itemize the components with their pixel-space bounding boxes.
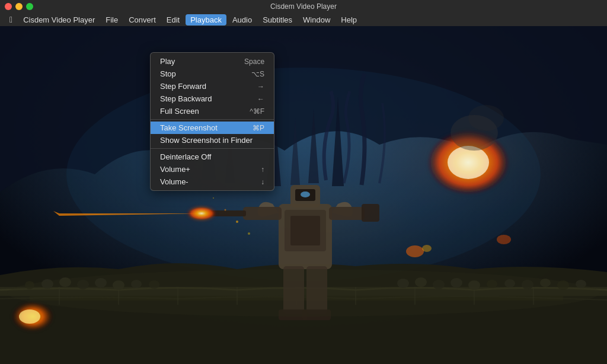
menubar:  Cisdem Video Player File Convert Edit … bbox=[0, 13, 607, 26]
svg-point-54 bbox=[422, 245, 432, 252]
stop-label: Stop bbox=[160, 69, 176, 78]
menu-item-full-screen[interactable]: Full Screen ^⌘F bbox=[151, 105, 274, 117]
menu-item-play[interactable]: Play Space bbox=[151, 55, 274, 68]
menu-edit[interactable]: Edit bbox=[162, 14, 184, 25]
svg-point-57 bbox=[236, 221, 238, 223]
svg-point-37 bbox=[301, 191, 310, 197]
menu-convert[interactable]: Convert bbox=[124, 14, 161, 25]
volume-up-label: Volume+ bbox=[160, 165, 190, 174]
menu-app[interactable]: Cisdem Video Player bbox=[18, 14, 100, 25]
close-button[interactable] bbox=[5, 3, 12, 10]
menu-item-show-screenshot[interactable]: Show Screenshot in Finder bbox=[151, 134, 274, 146]
volume-down-shortcut: ↓ bbox=[261, 178, 264, 186]
svg-rect-46 bbox=[362, 204, 379, 222]
menu-file[interactable]: File bbox=[101, 14, 123, 25]
svg-point-53 bbox=[406, 245, 424, 257]
apple-menu[interactable]:  bbox=[5, 14, 17, 25]
svg-point-55 bbox=[497, 235, 511, 244]
menu-help[interactable]: Help bbox=[336, 14, 362, 25]
step-forward-shortcut: → bbox=[257, 82, 264, 91]
full-screen-label: Full Screen bbox=[160, 107, 199, 116]
svg-point-50 bbox=[468, 105, 504, 131]
svg-point-59 bbox=[248, 232, 250, 235]
step-forward-label: Step Forward bbox=[160, 82, 206, 91]
menu-item-step-backward[interactable]: Step Backward ← bbox=[151, 92, 274, 105]
traffic-lights bbox=[0, 3, 33, 10]
full-screen-shortcut: ^⌘F bbox=[250, 107, 264, 116]
menu-item-volume-down[interactable]: Volume- ↓ bbox=[151, 175, 274, 188]
play-shortcut: Space bbox=[244, 58, 264, 66]
svg-point-52 bbox=[19, 309, 40, 324]
video-area: Play Space Stop ⌥S Step Forward → Step B… bbox=[0, 26, 607, 364]
deinterlace-label: Deinterlace Off bbox=[160, 152, 211, 161]
menu-separator-1 bbox=[151, 119, 274, 120]
svg-rect-42 bbox=[243, 207, 282, 220]
menu-item-stop[interactable]: Stop ⌥S bbox=[151, 68, 274, 80]
svg-rect-45 bbox=[329, 207, 365, 220]
window-title: Cisdem Video Player bbox=[270, 2, 337, 11]
playback-dropdown-menu: Play Space Stop ⌥S Step Forward → Step B… bbox=[150, 52, 274, 191]
titlebar: Cisdem Video Player bbox=[0, 0, 607, 13]
menu-playback[interactable]: Playback bbox=[186, 14, 226, 25]
stop-shortcut: ⌥S bbox=[251, 70, 264, 78]
svg-point-60 bbox=[213, 197, 214, 199]
menu-item-volume-up[interactable]: Volume+ ↑ bbox=[151, 163, 274, 175]
menu-item-step-forward[interactable]: Step Forward → bbox=[151, 80, 274, 92]
maximize-button[interactable] bbox=[26, 3, 33, 10]
svg-point-44 bbox=[187, 206, 216, 221]
play-label: Play bbox=[160, 57, 175, 66]
volume-up-shortcut: ↑ bbox=[261, 165, 264, 174]
scene-overlay bbox=[0, 26, 607, 364]
take-screenshot-label: Take Screenshot bbox=[160, 123, 218, 132]
svg-point-56 bbox=[7, 269, 600, 317]
volume-down-label: Volume- bbox=[160, 177, 189, 186]
menu-item-deinterlace[interactable]: Deinterlace Off bbox=[151, 151, 274, 163]
menu-audio[interactable]: Audio bbox=[228, 14, 257, 25]
menu-item-take-screenshot[interactable]: Take Screenshot ⌘P bbox=[151, 122, 274, 134]
menu-separator-2 bbox=[151, 148, 274, 149]
menu-window[interactable]: Window bbox=[298, 14, 335, 25]
show-screenshot-label: Show Screenshot in Finder bbox=[160, 136, 253, 145]
step-backward-label: Step Backward bbox=[160, 94, 212, 103]
take-screenshot-shortcut: ⌘P bbox=[253, 124, 264, 132]
svg-rect-34 bbox=[290, 216, 320, 245]
svg-point-48 bbox=[448, 146, 489, 179]
svg-point-58 bbox=[225, 209, 226, 211]
step-backward-shortcut: ← bbox=[257, 95, 264, 103]
minimize-button[interactable] bbox=[15, 3, 23, 10]
menu-subtitles[interactable]: Subtitles bbox=[258, 14, 297, 25]
